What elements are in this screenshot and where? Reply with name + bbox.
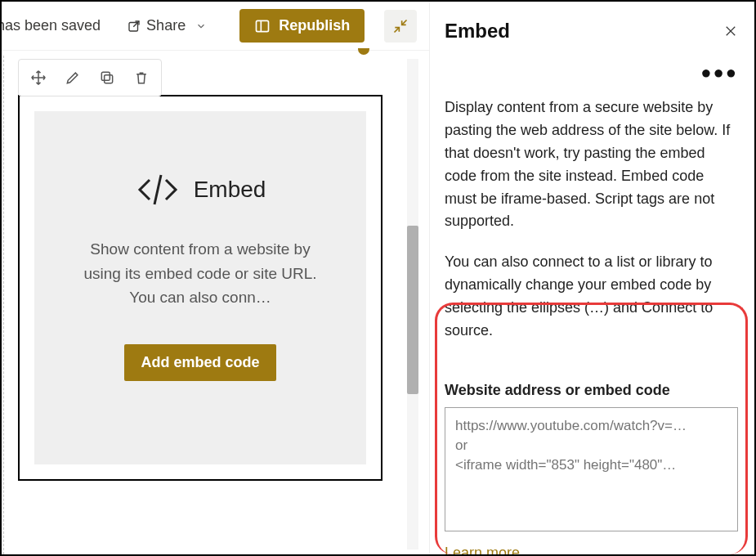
republish-label: Republish [279,17,350,34]
saved-status: has been saved [0,17,101,34]
svg-rect-4 [101,72,110,80]
webpart-description: Show content from a website by using its… [78,237,323,309]
scrollbar-thumb[interactable] [407,226,418,394]
canvas: Embed Show content from a website by usi… [3,51,418,549]
share-label: Share [146,17,186,34]
embed-code-input[interactable] [445,407,738,531]
scrollbar-track[interactable] [407,59,418,549]
learn-more-link[interactable]: Learn more [445,545,520,556]
collapse-pane-button[interactable] [384,10,417,43]
svg-rect-3 [105,75,113,83]
delete-icon[interactable] [133,70,150,86]
command-bar: has been saved Share Republish [2,2,429,51]
add-embed-code-button[interactable]: Add embed code [124,344,275,381]
duplicate-icon[interactable] [99,70,115,86]
share-icon [127,19,141,34]
chevron-down-icon [195,20,207,32]
pane-title: Embed [445,20,510,43]
embed-field-label: Website address or embed code [445,382,738,399]
share-button[interactable]: Share [127,17,207,34]
edit-icon[interactable] [65,70,81,86]
pane-description-2: You can also connect to a list or librar… [445,251,738,343]
more-options-button[interactable]: ●●● [445,62,738,83]
close-icon[interactable] [723,24,738,38]
code-icon [135,170,181,209]
move-icon[interactable] [30,70,47,86]
pane-description-1: Display content from a secure website by… [445,96,738,233]
embed-webpart[interactable]: Embed Show content from a website by usi… [18,95,382,481]
webpart-title: Embed [194,177,266,203]
panel-icon [254,18,271,34]
collapse-icon [392,18,409,34]
svg-rect-1 [257,20,269,31]
webpart-placeholder: Embed Show content from a website by usi… [34,111,366,464]
webpart-toolbar [18,59,162,96]
republish-button[interactable]: Republish [239,9,365,43]
property-pane: Embed ●●● Display content from a secure … [429,2,754,554]
